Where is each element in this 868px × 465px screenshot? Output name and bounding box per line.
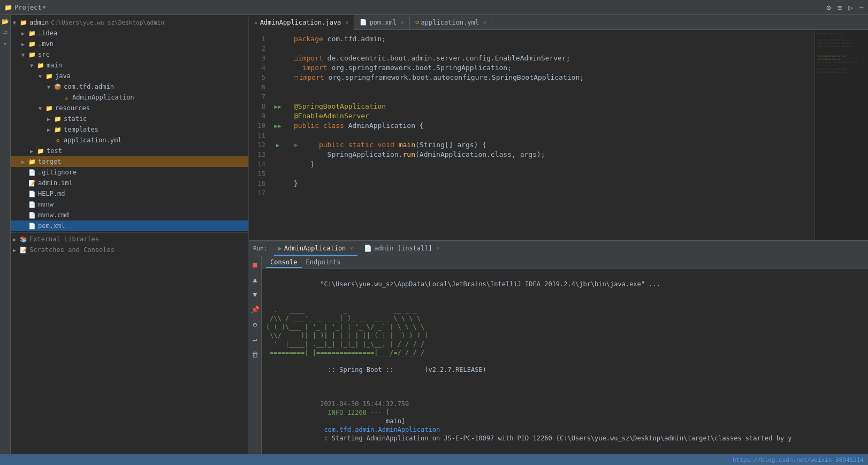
code-line-17 xyxy=(294,188,806,198)
tree-item-mvnwcmd[interactable]: ▶ 📄 mvnw.cmd xyxy=(11,210,248,220)
tree-item-idea[interactable]: ▶ 📁 .idea xyxy=(11,28,248,39)
java-file-icon-admin-app: ☕ xyxy=(62,94,71,101)
tree-item-scratches[interactable]: ▶ 📝 Scratches and Consoles xyxy=(11,245,248,255)
run-label: Run: xyxy=(253,245,268,252)
tree-item-static[interactable]: ▶ 📁 static xyxy=(11,113,248,124)
console-tab-console[interactable]: Console xyxy=(266,257,302,268)
code-area[interactable]: package com.tfd.admin; □ import de.codec… xyxy=(285,30,814,240)
console-output[interactable]: "C:\Users\yue.wu_sz\AppData\Local\JetBra… xyxy=(262,269,868,454)
gutter-icons: ▶▶ ▶▶ ▶ xyxy=(270,30,285,240)
editor-tab-application-yml[interactable]: ⚙ application.yml ✕ xyxy=(410,15,492,30)
tree-arrow-src[interactable]: ▼ xyxy=(21,52,28,58)
run-tab-admin-application[interactable]: ▶ AdminApplication ✕ xyxy=(274,242,358,256)
scroll-down-button[interactable]: ▼ xyxy=(249,288,261,300)
spring-version-text: :: Spring Boot :: (v2.2.7.RELEASE) xyxy=(320,366,486,373)
run-gutter-icon-line8[interactable]: ▶▶ xyxy=(274,103,281,110)
tree-arrow-admin[interactable]: ▼ xyxy=(13,20,19,26)
pin-button[interactable]: 📌 xyxy=(249,303,261,315)
run-icon[interactable]: ▷ xyxy=(848,3,852,12)
tree-label-resources: resources xyxy=(55,104,90,112)
tree-arrow-static[interactable]: ▶ xyxy=(47,116,54,122)
code-editor-content[interactable]: 1 2 3 4 5 6 7 8 9 10 11 12 13 14 15 16 1 xyxy=(249,30,868,240)
run-tab-admin-install[interactable]: 📄 admin [install] ✕ xyxy=(360,242,444,256)
close-tab-application-yml[interactable]: ✕ xyxy=(483,19,486,25)
run-gutter-icon-line10[interactable]: ▶▶ xyxy=(274,123,281,129)
close-run-tab-install[interactable]: ✕ xyxy=(437,245,440,251)
tree-item-iml[interactable]: ▶ 📝 admin.iml xyxy=(11,178,248,188)
settings-run-button[interactable]: ⚙ xyxy=(249,318,261,330)
wrap-button[interactable]: ↵ xyxy=(249,333,261,345)
tree-item-resources[interactable]: ▼ 📁 resources xyxy=(11,103,248,113)
structure-icon[interactable]: 🗂 xyxy=(1,28,10,36)
tree-item-target[interactable]: ▶ 📁 target xyxy=(11,156,248,167)
console-panel: Console Endpoints "C:\Users\yue.wu_sz\Ap… xyxy=(262,256,868,454)
folder-icon-src: 📁 xyxy=(28,51,36,58)
console-tab-endpoints[interactable]: Endpoints xyxy=(302,257,345,268)
tree-item-admin-app[interactable]: ▶ ☕ AdminApplication xyxy=(11,92,248,103)
tree-label-helpmd: HELP.md xyxy=(38,190,65,197)
tree-item-src[interactable]: ▼ 📁 src xyxy=(11,49,248,60)
tree-item-pomxml[interactable]: ▶ 📄 pom.xml xyxy=(11,220,248,231)
scroll-up-button[interactable]: ▲ xyxy=(249,273,261,285)
tree-item-mvn[interactable]: ▶ 📁 .mvn xyxy=(11,39,248,49)
close-tab-admin-application[interactable]: ✕ xyxy=(345,19,348,25)
status-url[interactable]: https://blog.csdn.net/weixin_38045214 xyxy=(733,456,864,463)
minimap-content: package com.tfd.admin; import de.codecen… xyxy=(815,30,868,86)
tree-item-gitignore[interactable]: ▶ 📄 .gitignore xyxy=(11,167,248,178)
tree-arrow-test[interactable]: ▶ xyxy=(30,148,36,154)
minimap: package com.tfd.admin; import de.codecen… xyxy=(814,30,868,240)
tree-arrow-main[interactable]: ▼ xyxy=(30,63,36,68)
tree-arrow-package[interactable]: ▼ xyxy=(47,84,54,90)
code-line-2 xyxy=(294,44,806,54)
tree-label-gitignore: .gitignore xyxy=(38,169,77,176)
run-tab-icon-admin: ▶ xyxy=(278,245,282,252)
spring-banner-line-3: ( ( )\___ | '_ | '_| | '_ \/ _` | \ \ \ … xyxy=(266,323,864,331)
tree-item-app-yml[interactable]: ▶ ⚙ application.yml xyxy=(11,135,248,146)
favorites-icon[interactable]: ★ xyxy=(1,39,10,47)
tab-label-pom-xml: pom.xml xyxy=(369,19,397,26)
tree-item-test[interactable]: ▶ 📁 test xyxy=(11,146,248,156)
tree-arrow-idea[interactable]: ▶ xyxy=(21,31,28,36)
tree-item-admin[interactable]: ▼ 📁 admin C:\Users\yue.wu_sz\Desktop\adm… xyxy=(11,17,248,28)
run-content: ■ ▲ ▼ 📌 ⚙ ↵ 🗑 Console xyxy=(249,256,868,454)
spring-version-line: :: Spring Boot :: (v2.2.7.RELEASE) xyxy=(266,357,864,383)
tree-label-main: main xyxy=(47,62,62,69)
run-tabs-bar: Run: ▶ AdminApplication ✕ 📄 admin [insta… xyxy=(249,241,868,256)
tree-arrow-target[interactable]: ▶ xyxy=(21,159,28,165)
run-tab-label-admin: AdminApplication xyxy=(284,245,346,252)
run-gutter-icon-line12[interactable]: ▶ xyxy=(276,142,280,149)
tree-arrow-java-dir[interactable]: ▼ xyxy=(39,73,45,79)
project-dropdown-arrow[interactable]: ▼ xyxy=(43,4,46,10)
mvnwcmd-icon: 📄 xyxy=(28,212,36,219)
tree-item-external-libs[interactable]: ▶ 📚 External Libraries xyxy=(11,234,248,245)
tree-label-package: com.tfd.admin xyxy=(64,83,114,90)
tree-label-admin-app: AdminApplication xyxy=(72,94,134,101)
stop-button[interactable]: ■ xyxy=(249,258,261,270)
build-icon[interactable]: ≡ xyxy=(837,3,842,12)
project-title: Project xyxy=(14,4,42,11)
run-tab-icon-install: 📄 xyxy=(364,245,372,252)
tree-item-mvnw[interactable]: ▶ 📄 mvnw xyxy=(11,199,248,210)
spring-banner-line-5: ' |____| .__|_| |_|_| |_\__, | / / / / xyxy=(266,340,864,348)
tree-item-java-dir[interactable]: ▼ 📁 java xyxy=(11,71,248,81)
endpoints-tab-label: Endpoints xyxy=(306,258,341,266)
tree-label-static: static xyxy=(64,115,87,123)
close-tab-pom-xml[interactable]: ✕ xyxy=(401,19,404,25)
tree-arrow-templates[interactable]: ▶ xyxy=(47,127,54,133)
tree-arrow-external-libs[interactable]: ▶ xyxy=(13,237,19,242)
clear-button[interactable]: 🗑 xyxy=(249,348,261,360)
editor-tab-pom-xml[interactable]: 📄 pom.xml ✕ xyxy=(354,15,410,30)
settings-icon[interactable]: ⚙ xyxy=(826,3,831,12)
editor-tab-admin-application[interactable]: ☕ AdminApplication.java ✕ xyxy=(249,15,354,30)
tree-arrow-resources[interactable]: ▼ xyxy=(39,105,45,111)
tree-item-package[interactable]: ▼ 📦 com.tfd.admin xyxy=(11,81,248,92)
close-run-tab-admin[interactable]: ✕ xyxy=(350,245,353,251)
project-view-icon[interactable]: 📂 xyxy=(1,17,10,26)
tree-item-main[interactable]: ▼ 📁 main xyxy=(11,60,248,71)
tree-arrow-scratches[interactable]: ▶ xyxy=(13,247,19,253)
tree-item-templates[interactable]: ▶ 📁 templates xyxy=(11,124,248,135)
tree-arrow-mvn[interactable]: ▶ xyxy=(21,41,28,47)
minimize-icon[interactable]: − xyxy=(859,3,864,12)
console-cmd-line: "C:\Users\yue.wu_sz\AppData\Local\JetBra… xyxy=(266,271,864,297)
tree-item-helpmd[interactable]: ▶ 📄 HELP.md xyxy=(11,188,248,199)
